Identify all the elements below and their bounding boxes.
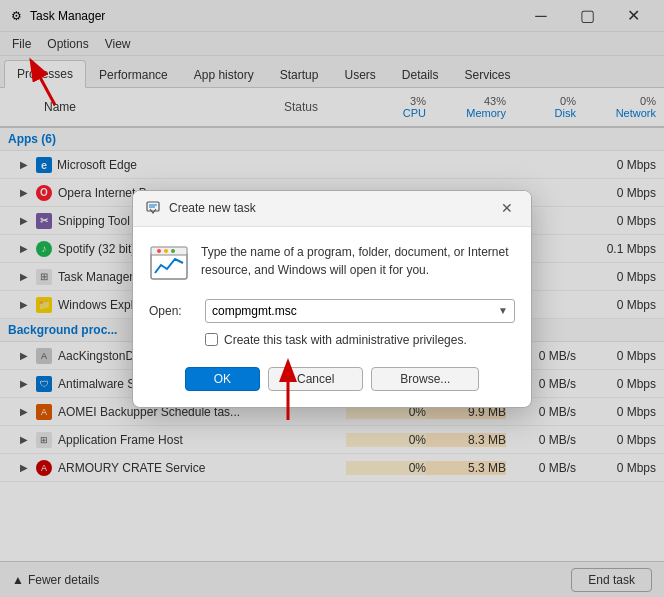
admin-checkbox[interactable] [205,333,218,346]
dialog-buttons: OK Cancel Browse... [149,363,515,391]
admin-checkbox-row: Create this task with administrative pri… [149,333,515,347]
svg-point-5 [157,249,161,253]
svg-rect-4 [151,247,187,255]
dialog-title-bar: Create new task ✕ [133,191,531,227]
cancel-button[interactable]: Cancel [268,367,363,391]
dialog-icon-row: Type the name of a program, folder, docu… [149,243,515,283]
dialog-close-button[interactable]: ✕ [495,196,519,220]
dialog-overlay: Create new task ✕ Type the name of a pro… [0,0,664,597]
svg-point-7 [171,249,175,253]
dialog-description: Type the name of a program, folder, docu… [201,243,515,279]
svg-point-6 [164,249,168,253]
dialog-chart-icon [149,243,189,283]
open-label: Open: [149,304,197,318]
dialog-title-icon [145,200,161,216]
dialog-open-field: Open: ▼ [149,299,515,323]
ok-button[interactable]: OK [185,367,260,391]
open-input-wrapper[interactable]: ▼ [205,299,515,323]
browse-button[interactable]: Browse... [371,367,479,391]
admin-checkbox-label: Create this task with administrative pri… [224,333,467,347]
dialog-body: Type the name of a program, folder, docu… [133,227,531,407]
dialog-title-text: Create new task [169,201,495,215]
open-input[interactable] [212,304,498,318]
create-task-dialog: Create new task ✕ Type the name of a pro… [132,190,532,408]
dropdown-arrow-icon: ▼ [498,305,508,316]
